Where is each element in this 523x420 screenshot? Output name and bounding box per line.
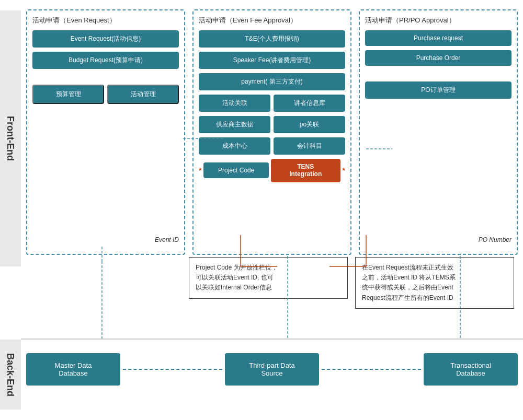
account-btn[interactable]: 会计科目 — [274, 137, 345, 155]
po-mgmt-btn[interactable]: PO订单管理 — [365, 81, 511, 99]
col1-even-request: 活动申请（Even Request） Event Request(活动信息) B… — [26, 9, 185, 255]
project-tens-row: * Project Code TENSIntegration * — [199, 159, 345, 182]
h-divider — [21, 339, 523, 340]
frontend-label: Front-End — [0, 10, 21, 266]
speaker-db-btn[interactable]: 讲者信息库 — [274, 95, 345, 112]
po-number-label: PO Number — [479, 236, 511, 243]
activity-link-btn[interactable]: 活动关联 — [199, 95, 270, 112]
project-code-btn[interactable]: Project Code — [203, 162, 269, 178]
note-right: 在Event Request流程未正式生效 之前，活动Event ID 将从TE… — [355, 257, 514, 309]
payment-btn[interactable]: payment( 第三方支付) — [199, 73, 345, 90]
col3-title: 活动申请（PR/PO Approval） — [365, 16, 511, 25]
purchase-order-btn[interactable]: Purchase Order — [365, 50, 511, 66]
row1-btns: 活动关联 讲者信息库 — [199, 95, 345, 112]
col1-title: 活动申请（Even Request） — [32, 16, 179, 25]
note-right-wrapper: 在Event Request流程未正式生效 之前，活动Event ID 将从TE… — [351, 257, 518, 309]
col2-even-fee: 活动申请（Even Fee Approval） T&E(个人费用报销) Spea… — [192, 9, 351, 255]
asterisk-left: * — [199, 166, 201, 174]
speaker-fee-btn[interactable]: Speaker Fee(讲者费用管理) — [199, 52, 345, 69]
backend-row: Master Data Database Third-part Data Sou… — [26, 343, 518, 396]
budget-mgmt-btn[interactable]: 预算管理 — [32, 85, 104, 104]
po-link-btn[interactable]: po关联 — [274, 116, 345, 133]
content-area: 活动申请（Even Request） Event Request(活动信息) B… — [21, 0, 523, 420]
supplier-data-btn[interactable]: 供应商主数据 — [199, 116, 270, 133]
col3-prpo: 活动申请（PR/PO Approval） Purchase request Pu… — [359, 9, 518, 255]
tens-integration-btn[interactable]: TENSIntegration — [271, 159, 340, 182]
cost-center-btn[interactable]: 成本中心 — [199, 137, 270, 155]
row2-btns: 供应商主数据 po关联 — [199, 116, 345, 133]
third-party-box: Third-part Data Source — [225, 353, 319, 386]
event-request-btn[interactable]: Event Request(活动信息) — [32, 30, 179, 48]
transactional-box: Transactional Database — [424, 353, 518, 386]
purchase-request-btn[interactable]: Purchase request — [365, 30, 511, 46]
master-db-box: Master Data Database — [26, 353, 120, 386]
asterisk-right: * — [343, 166, 345, 174]
connector-line-1 — [123, 369, 222, 370]
activity-mgmt-btn[interactable]: 活动管理 — [107, 85, 179, 104]
event-id-label: Event ID — [155, 236, 179, 243]
col2-title: 活动申请（Even Fee Approval） — [199, 16, 345, 25]
main-container: Front-End Back-End 活动申请（Even Request） Ev… — [0, 0, 523, 420]
row3-btns: 成本中心 会计科目 — [199, 137, 345, 155]
backend-label: Back-End — [0, 340, 21, 410]
budget-request-btn[interactable]: Budget Request(预算申请) — [32, 52, 179, 69]
connector-line-2 — [322, 369, 421, 370]
te-btn[interactable]: T&E(个人费用报销) — [199, 30, 345, 48]
note-left-wrapper: Project Code 为开放性栏位， 可以关联活动Event ID, 也可 … — [185, 257, 351, 299]
notes-area: Project Code 为开放性栏位， 可以关联活动Event ID, 也可 … — [26, 257, 518, 309]
columns-row: 活动申请（Even Request） Event Request(活动信息) B… — [26, 9, 518, 255]
col1-bottom-btns: 预算管理 活动管理 — [32, 85, 179, 104]
note-left: Project Code 为开放性栏位， 可以关联活动Event ID, 也可 … — [189, 257, 348, 299]
